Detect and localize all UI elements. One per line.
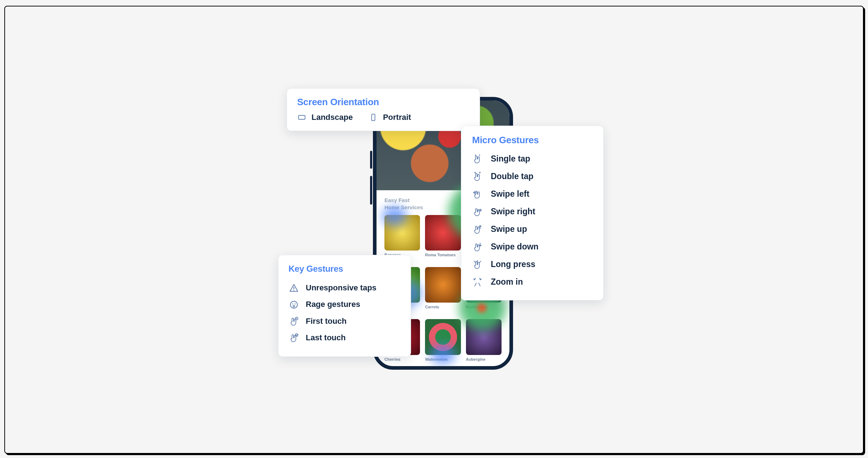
key-gestures-list: Unresponsive tapsRage gesturesFirst touc… — [288, 280, 401, 346]
key-gesture-label: Rage gestures — [306, 300, 401, 309]
product-caption: Aubergine — [466, 357, 502, 366]
orientation-options: LandscapePortrait — [297, 113, 470, 122]
product-caption: Watermelon — [425, 357, 461, 366]
orientation-option[interactable]: Portrait — [369, 113, 411, 122]
product-cell[interactable]: Watermelon — [425, 319, 461, 366]
key-gestures-title: Key Gestures — [288, 264, 401, 274]
micro-gesture-item[interactable]: Single tap — [472, 150, 592, 168]
product-cell[interactable]: Carrots — [425, 267, 461, 314]
key-gesture-item[interactable]: Last touch — [288, 330, 401, 346]
first-touch-icon — [288, 317, 299, 326]
screen-orientation-title: Screen Orientation — [297, 97, 470, 108]
micro-gesture-label: Double tap — [491, 172, 534, 181]
micro-gesture-item[interactable]: Swipe up — [472, 220, 592, 238]
warning-icon — [288, 283, 299, 293]
product-thumb — [384, 215, 420, 251]
key-gesture-item[interactable]: Rage gestures — [288, 296, 401, 313]
micro-gesture-label: Zoom in — [491, 277, 523, 287]
micro-gesture-item[interactable]: Swipe down — [472, 238, 592, 256]
product-thumb — [425, 267, 461, 303]
swipe-down-icon — [472, 242, 483, 252]
key-gesture-label: Unresponsive taps — [306, 283, 401, 293]
key-gestures-card: Key Gestures Unresponsive tapsRage gestu… — [278, 255, 411, 357]
screen-orientation-card: Screen Orientation LandscapePortrait — [287, 88, 480, 131]
micro-gesture-item[interactable]: Zoom in — [472, 273, 592, 291]
micro-gesture-item[interactable]: Long press — [472, 256, 592, 273]
key-gesture-item[interactable]: First touch — [288, 313, 401, 330]
micro-gesture-item[interactable]: Swipe right — [472, 203, 592, 220]
key-gesture-label: First touch — [306, 317, 401, 326]
micro-gesture-label: Swipe up — [491, 224, 527, 234]
last-touch-icon — [288, 333, 299, 342]
product-cell[interactable]: Roma Tomatoes — [425, 215, 461, 262]
single-tap-icon — [472, 154, 483, 164]
portrait-icon — [369, 113, 378, 121]
micro-gesture-item[interactable]: Swipe left — [472, 185, 592, 203]
micro-gestures-list: Single tapDouble tapSwipe leftSwipe righ… — [472, 150, 592, 291]
micro-gesture-label: Single tap — [491, 154, 530, 164]
orientation-option-label: Portrait — [383, 113, 411, 122]
double-tap-icon — [472, 172, 483, 181]
phone-heading-line1: Easy Fast — [384, 197, 410, 203]
orientation-option[interactable]: Landscape — [297, 113, 353, 122]
product-thumb — [425, 319, 461, 355]
micro-gestures-title: Micro Gestures — [472, 135, 592, 146]
demo-frame: Easy Fast Home Services BananasRoma Toma… — [4, 6, 864, 454]
micro-gesture-label: Swipe down — [491, 242, 539, 252]
product-thumb — [466, 319, 502, 355]
micro-gesture-label: Swipe left — [491, 189, 529, 199]
product-caption: Cherries — [384, 357, 420, 366]
key-gesture-label: Last touch — [306, 333, 401, 342]
product-caption: Carrots — [425, 305, 461, 314]
phone-side-button — [370, 151, 372, 169]
micro-gesture-label: Swipe right — [491, 207, 535, 216]
micro-gestures-card: Micro Gestures Single tapDouble tapSwipe… — [461, 126, 604, 300]
phone-heading-line2: Home Services — [384, 204, 423, 210]
product-caption: Roma Tomatoes — [425, 253, 461, 262]
swipe-left-icon — [472, 190, 483, 199]
micro-gesture-item[interactable]: Double tap — [472, 168, 592, 185]
long-press-icon — [472, 260, 483, 269]
rage-face-icon — [288, 300, 299, 309]
product-caption: Blueberries — [466, 305, 502, 314]
product-cell[interactable]: Aubergine — [466, 319, 502, 366]
key-gesture-item[interactable]: Unresponsive taps — [288, 280, 401, 296]
zoom-in-icon — [472, 277, 483, 287]
micro-gesture-label: Long press — [491, 260, 535, 269]
swipe-right-icon — [472, 207, 483, 216]
stage: Easy Fast Home Services BananasRoma Toma… — [236, 83, 632, 377]
phone-side-button — [370, 176, 372, 205]
landscape-icon — [297, 113, 306, 121]
product-thumb — [425, 215, 461, 251]
orientation-option-label: Landscape — [311, 113, 353, 122]
swipe-up-icon — [472, 225, 483, 234]
